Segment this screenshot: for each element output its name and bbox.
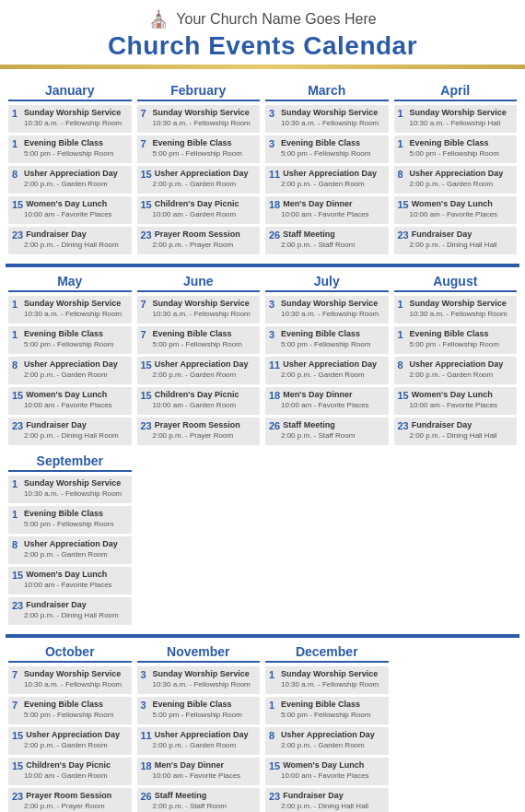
list-item: 15Women's Day Lunch10:00 am - Favorite P… — [394, 196, 518, 224]
month-header-may: May — [8, 274, 132, 292]
event-time: 5:00 pm - Fellowship Room — [141, 149, 257, 159]
event-name: Usher Appreciation Day — [281, 730, 375, 740]
list-item: 23Prayer Room Session2:00 p.m. - Prayer … — [137, 418, 261, 445]
event-time: 10:30 a.m. - Fellowship Room — [12, 680, 128, 689]
event-time: 10:00 am - Favorite Places — [398, 401, 514, 410]
event-day: 3 — [269, 138, 278, 149]
event-time: 10:30 a.m. - Fellowship Room — [269, 119, 385, 128]
list-item: 8Usher Appreciation Day2:00 p.m. - Garde… — [8, 166, 132, 194]
list-item: 7Evening Bible Class5:00 pm - Fellowship… — [137, 135, 261, 163]
event-name: Usher Appreciation Day — [410, 359, 504, 370]
event-name: Staff Meeting — [283, 229, 335, 240]
event-time: 5:00 pm - Fellowship Room — [141, 340, 257, 349]
event-name: Fundraiser Day — [412, 420, 472, 430]
event-name: Women's Day Lunch — [26, 570, 107, 580]
list-item: 1Evening Bible Class5:00 pm - Fellowship… — [394, 135, 518, 163]
list-item: 1Evening Bible Class5:00 pm - Fellowship… — [394, 326, 518, 354]
list-item: 8Usher Appreciation Day2:00 p.m. - Garde… — [8, 357, 132, 384]
event-name: Sunday Worship Service — [24, 299, 121, 309]
list-item: 1Sunday Worship Service10:30 a.m. - Fell… — [8, 296, 132, 324]
event-time: 2:00 p.m. - Staff Room — [141, 802, 257, 811]
event-day: 3 — [269, 329, 278, 340]
event-day: 23 — [141, 420, 152, 431]
event-day: 3 — [269, 108, 278, 119]
event-day: 26 — [269, 229, 280, 241]
event-time: 2:00 p.m. - Garden Room — [398, 371, 514, 380]
event-day: 15 — [141, 169, 152, 180]
event-name: Sunday Worship Service — [153, 108, 250, 118]
event-name: Children's Day Picnic — [155, 199, 239, 209]
event-day: 7 — [141, 138, 150, 149]
event-day: 8 — [12, 359, 21, 371]
month-col-november: November3Sunday Worship Service10:30 a.m… — [134, 641, 263, 812]
event-time: 2:00 p.m. - Dining Hall Room — [12, 611, 128, 620]
event-time: 10:30 a.m. - Fellowship Room — [269, 680, 385, 689]
event-time: 10:30 a.m. - Fellowship Room — [141, 680, 257, 689]
event-name: Men's Day Dinner — [283, 390, 352, 400]
page-header: ⛪ Your Church Name Goes Here Church Even… — [0, 0, 525, 61]
event-day: 15 — [398, 390, 409, 401]
event-name: Evening Bible Class — [410, 329, 489, 339]
event-time: 2:00 p.m. - Dining Hall Hall — [269, 802, 385, 811]
event-name: Sunday Worship Service — [24, 669, 121, 679]
event-day: 1 — [269, 669, 278, 680]
list-item: 7Sunday Worship Service10:30 a.m. - Fell… — [137, 296, 261, 324]
event-time: 10:00 am - Garden Room — [141, 210, 257, 219]
event-name: Evening Bible Class — [153, 329, 232, 339]
event-day: 7 — [141, 299, 150, 310]
event-name: Evening Bible Class — [153, 700, 232, 710]
event-time: 2:00 p.m. - Staff Room — [269, 241, 385, 250]
event-day: 11 — [269, 359, 280, 371]
event-time: 10:30 a.m. - Fellowship Room — [141, 119, 257, 128]
list-item: 8Usher Appreciation Day2:00 p.m. - Garde… — [394, 166, 518, 194]
list-item: 15Usher Appreciation Day2:00 p.m. - Gard… — [137, 357, 261, 384]
event-name: Men's Day Dinner — [155, 760, 224, 771]
church-name: Your Church Name Goes Here — [176, 11, 376, 28]
event-time: 5:00 pm - Fellowship Room — [269, 711, 385, 720]
event-time: 2:00 p.m. - Garden Room — [141, 371, 257, 380]
page-title: Church Events Calendar — [9, 31, 516, 61]
event-day: 15 — [12, 570, 23, 581]
event-name: Evening Bible Class — [410, 138, 489, 148]
event-time: 10:30 a.m. - Fellowship Hall — [398, 119, 514, 128]
event-day: 23 — [12, 600, 23, 611]
list-item: 1Evening Bible Class5:00 pm - Fellowship… — [8, 135, 132, 163]
month-col-april: April1Sunday Worship Service10:30 a.m. -… — [391, 80, 520, 260]
list-item: 15Children's Day Picnic10:00 am - Garden… — [137, 387, 261, 415]
list-item: 11Usher Appreciation Day2:00 p.m. - Gard… — [137, 727, 261, 755]
event-name: Evening Bible Class — [24, 509, 103, 519]
month-col-september: September1Sunday Worship Service10:30 a.… — [6, 451, 134, 630]
month-col-may: May1Sunday Worship Service10:30 a.m. - F… — [6, 271, 134, 451]
month-header-january: January — [8, 83, 132, 101]
section-divider — [6, 264, 519, 267]
event-day: 1 — [398, 329, 407, 340]
list-item: 8Usher Appreciation Day2:00 p.m. - Garde… — [394, 357, 518, 384]
event-day: 1 — [12, 108, 21, 119]
event-time: 2:00 p.m. - Staff Room — [269, 431, 385, 441]
event-name: Women's Day Lunch — [26, 390, 107, 400]
event-day: 8 — [12, 169, 21, 180]
list-item: 7Sunday Worship Service10:30 a.m. - Fell… — [137, 105, 261, 133]
event-time: 2:00 p.m. - Garden Room — [269, 741, 385, 750]
event-time: 5:00 pm - Fellowship Room — [12, 149, 128, 159]
event-day: 11 — [141, 730, 152, 741]
event-day: 7 — [141, 108, 150, 119]
event-name: Usher Appreciation Day — [283, 169, 377, 179]
list-item: 23Fundraiser Day2:00 p.m. - Dining Hall … — [394, 418, 518, 445]
event-day: 23 — [398, 420, 409, 431]
event-time: 5:00 pm - Fellowship Room — [12, 340, 128, 349]
event-time: 10:00 am - Favorite Places — [141, 771, 257, 781]
event-name: Fundraiser Day — [412, 229, 472, 240]
event-time: 10:00 am - Garden Room — [12, 771, 128, 781]
month-header-february: February — [137, 83, 261, 101]
event-name: Women's Day Lunch — [26, 199, 107, 209]
month-col-june: June7Sunday Worship Service10:30 a.m. - … — [134, 271, 263, 451]
event-time: 10:00 am - Favorite Places — [269, 771, 385, 781]
event-day: 7 — [141, 329, 150, 340]
event-day: 11 — [269, 169, 280, 180]
event-time: 2:00 p.m. - Garden Room — [141, 741, 257, 750]
event-name: Fundraiser Day — [26, 420, 87, 430]
list-item: 23Prayer Room Session2:00 p.m. - Prayer … — [137, 227, 261, 254]
event-time: 5:00 pm - Fellowship Room — [269, 149, 385, 159]
month-header-july: July — [265, 274, 389, 292]
